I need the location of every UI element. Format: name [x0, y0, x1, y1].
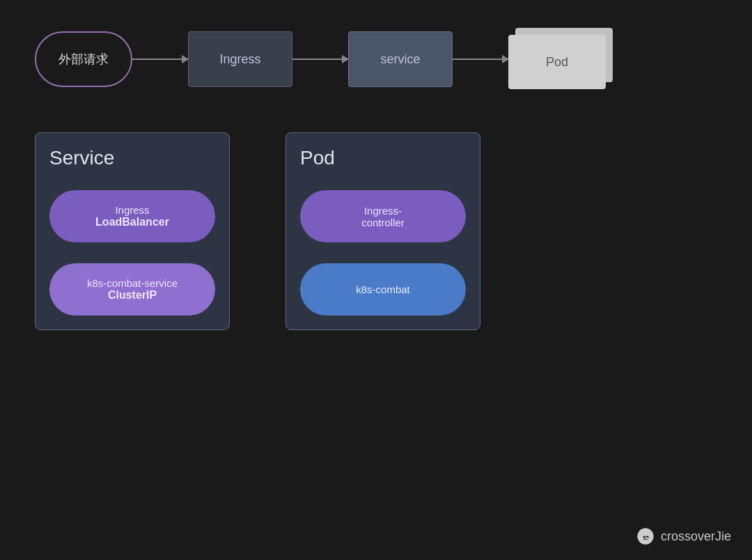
svg-point-2 — [641, 537, 645, 539]
k8s-combat-svc-line1: k8s-combat-service — [87, 277, 178, 289]
svg-point-0 — [642, 534, 644, 536]
flow-node-waibv-qingqiu: 外部请求 — [35, 31, 132, 87]
ingress-controller-line1: Ingress- — [364, 205, 402, 217]
svg-point-3 — [646, 537, 650, 539]
pod-label: Pod — [546, 55, 568, 70]
ingress-label: Ingress — [219, 52, 260, 67]
arrow-line-1 — [132, 59, 188, 60]
pod-stack: Pod — [508, 28, 613, 91]
arrow-1 — [132, 59, 188, 60]
top-flow-diagram: 外部请求 Ingress service Pod — [0, 0, 752, 111]
svg-point-1 — [647, 534, 649, 536]
flow-node-ingress: Ingress — [188, 31, 292, 87]
watermark: crossoverJie — [636, 527, 731, 546]
ingress-controller-line2: controller — [361, 217, 405, 228]
oval-waibv-qingqiu: 外部请求 — [35, 31, 132, 87]
watermark-text: crossoverJie — [661, 529, 731, 544]
rect-ingress: Ingress — [188, 31, 292, 87]
arrow-3 — [453, 59, 508, 60]
wechat-icon — [636, 527, 655, 546]
rect-service: service — [348, 31, 453, 87]
k8s-combat-svc-line2: ClusterIP — [108, 289, 157, 302]
flow-node-service: service — [348, 31, 453, 87]
ingress-lb-oval: Ingress LoadBalancer — [49, 190, 215, 242]
ingress-lb-line2: LoadBalancer — [95, 216, 169, 228]
service-label: service — [380, 52, 420, 67]
bottom-section: Service Ingress LoadBalancer k8s-combat-… — [0, 118, 752, 344]
arrow-line-2 — [292, 59, 348, 60]
k8s-combat-oval: k8s-combat — [300, 263, 466, 316]
pod-box: Pod Ingress- controller k8s-combat — [285, 132, 480, 330]
arrow-line-3 — [453, 59, 508, 60]
oval-label: 外部请求 — [58, 51, 109, 68]
pod-front: Pod — [508, 35, 606, 89]
service-box-title: Service — [49, 147, 215, 169]
k8s-combat-svc-oval: k8s-combat-service ClusterIP — [49, 263, 215, 316]
ingress-controller-oval: Ingress- controller — [300, 190, 466, 242]
flow-node-pod: Pod — [508, 28, 613, 91]
arrow-2 — [292, 59, 348, 60]
service-box: Service Ingress LoadBalancer k8s-combat-… — [35, 132, 230, 330]
k8s-combat-label: k8s-combat — [356, 283, 410, 295]
ingress-lb-line1: Ingress — [115, 204, 149, 216]
pod-box-title: Pod — [300, 147, 466, 169]
